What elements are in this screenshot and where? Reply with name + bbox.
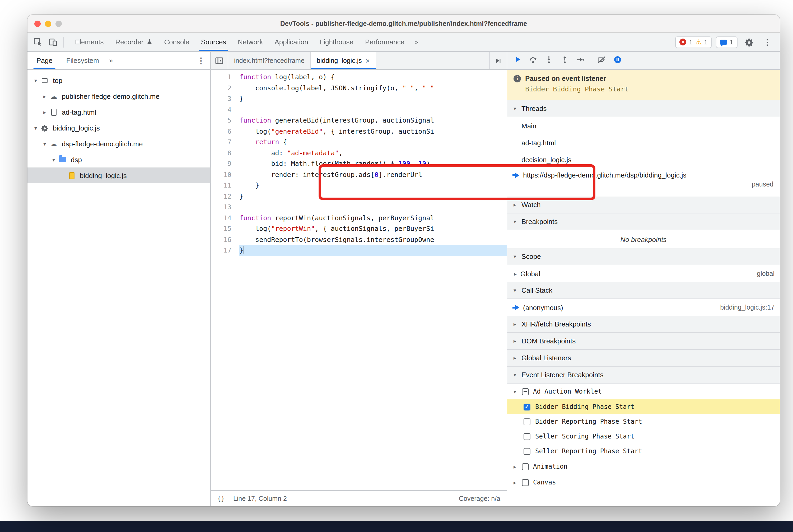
elb-item-seller-scoring-phase-start[interactable]: Seller Scoring Phase Start <box>507 429 780 444</box>
chevron-down-icon[interactable]: ▾ <box>32 125 40 131</box>
editor-tab-index-html-fencedframe[interactable]: index.html?fencedframe <box>228 52 311 69</box>
code-editor[interactable]: 1function log(label, o) {2 console.log(l… <box>211 70 507 490</box>
tree-item-dsp[interactable]: ▾dsp <box>27 152 210 168</box>
settings-gear-button[interactable] <box>742 35 756 49</box>
navigator-tab-filesystem[interactable]: Filesystem <box>59 52 106 69</box>
checkbox[interactable] <box>524 433 530 440</box>
thread-active[interactable]: https://dsp-fledge-demo.glitch.me/dsp/bi… <box>507 168 780 196</box>
threads-section-header[interactable]: ▾ Threads <box>507 100 780 117</box>
chevron-right-icon[interactable]: ▸ <box>512 479 518 485</box>
next-editor-tab-button[interactable] <box>489 52 507 69</box>
line-number[interactable]: 7 <box>211 137 239 148</box>
elb-item-bidder-bidding-phase-start[interactable]: Bidder Bidding Phase Start <box>507 399 780 414</box>
step-button[interactable] <box>577 55 585 66</box>
line-number[interactable]: 12 <box>211 191 239 202</box>
code-line-11[interactable]: 11 } <box>211 180 507 191</box>
navigator-more-tabs-button[interactable]: » <box>106 52 116 69</box>
step-over-button[interactable] <box>529 55 537 66</box>
checkbox[interactable] <box>522 388 529 395</box>
editor-tab-bidding-logic-js[interactable]: bidding_logic.js× <box>311 52 376 69</box>
chevron-down-icon[interactable]: ▾ <box>32 77 40 83</box>
checkbox[interactable] <box>524 403 530 410</box>
scope-section-header[interactable]: ▾ Scope <box>507 248 780 265</box>
code-line-17[interactable]: 17} <box>211 245 507 256</box>
frame-location[interactable]: bidding_logic.js:17 <box>720 304 775 311</box>
line-number[interactable]: 4 <box>211 104 239 115</box>
event-listener-breakpoints-header[interactable]: ▾ Event Listener Breakpoints <box>507 367 780 383</box>
line-number[interactable]: 1 <box>211 72 239 83</box>
breakpoints-section-header[interactable]: ▾ Breakpoints <box>507 213 780 230</box>
tree-item-bidding-logic-js[interactable]: bidding_logic.js <box>27 168 210 183</box>
elb-item-bidder-reporting-phase-start[interactable]: Bidder Reporting Phase Start <box>507 414 780 429</box>
checkbox[interactable] <box>522 479 529 486</box>
tree-item-ad-tag-html[interactable]: ▸ad-tag.html <box>27 104 210 120</box>
panel-tab-sources[interactable]: Sources <box>195 33 232 51</box>
show-navigator-button[interactable] <box>211 52 228 69</box>
line-number[interactable]: 9 <box>211 158 239 169</box>
code-line-1[interactable]: 1function log(label, o) { <box>211 72 507 83</box>
call-stack-section-header[interactable]: ▾ Call Stack <box>507 282 780 299</box>
line-number[interactable]: 16 <box>211 234 239 245</box>
panel-tab-elements[interactable]: Elements <box>69 33 109 51</box>
line-number[interactable]: 6 <box>211 126 239 137</box>
code-line-9[interactable]: 9 bid: Math.floor(Math.random() * 100, 1… <box>211 158 507 169</box>
panel-tab-recorder[interactable]: Recorder <box>109 33 158 51</box>
tree-item-dsp-fledge-demo-glitch-me[interactable]: ▾☁dsp-fledge-demo.glitch.me <box>27 136 210 152</box>
panel-tab-lighthouse[interactable]: Lighthouse <box>314 33 359 51</box>
code-line-15[interactable]: 15 log("reportWin", { auctionSignals, pe… <box>211 224 507 234</box>
line-number[interactable]: 10 <box>211 169 239 180</box>
line-number[interactable]: 15 <box>211 224 239 234</box>
tree-item-top[interactable]: ▾top <box>27 72 210 88</box>
line-number[interactable]: 11 <box>211 180 239 191</box>
navigator-tab-page[interactable]: Page <box>30 52 59 69</box>
checkbox[interactable] <box>524 418 530 425</box>
checkbox[interactable] <box>522 463 529 470</box>
chevron-right-icon[interactable]: ▸ <box>41 93 49 99</box>
issues-badge[interactable]: 1 <box>716 36 738 48</box>
line-number[interactable]: 8 <box>211 148 239 158</box>
code-line-6[interactable]: 6 log("generateBid", { interestGroup, au… <box>211 126 507 137</box>
line-number[interactable]: 5 <box>211 115 239 126</box>
checkbox[interactable] <box>524 448 530 455</box>
elb-group-animation[interactable]: ▸Animation <box>507 459 780 474</box>
panel-tab-network[interactable]: Network <box>232 33 269 51</box>
more-tabs-button[interactable]: » <box>410 33 422 51</box>
pause-on-exceptions-button[interactable] <box>613 55 622 66</box>
line-number[interactable]: 13 <box>211 202 239 213</box>
inspect-button[interactable] <box>31 35 45 49</box>
pretty-print-button[interactable]: {} <box>217 495 225 502</box>
close-tab-icon[interactable]: × <box>365 57 370 64</box>
minimize-button[interactable] <box>45 20 51 27</box>
device-toolbar-button[interactable] <box>46 35 60 49</box>
section-header-global-listeners[interactable]: ▸Global Listeners <box>507 350 780 367</box>
chevron-down-icon[interactable]: ▾ <box>512 388 518 394</box>
code-line-14[interactable]: 14function reportWin(auctionSignals, per… <box>211 213 507 224</box>
thread-ad-tag-html[interactable]: ad-tag.html <box>507 134 780 151</box>
chevron-right-icon[interactable]: ▸ <box>512 463 518 469</box>
chevron-right-icon[interactable]: ▸ <box>41 109 49 115</box>
thread-main[interactable]: Main <box>507 117 780 134</box>
tree-item-bidding-logic-js[interactable]: ▾bidding_logic.js <box>27 120 210 136</box>
chevron-down-icon[interactable]: ▾ <box>50 157 58 163</box>
line-number[interactable]: 14 <box>211 213 239 224</box>
code-line-8[interactable]: 8 ad: "ad-metadata", <box>211 148 507 158</box>
scope-global-row[interactable]: ▸ Global global <box>507 265 780 282</box>
elb-group-ad-auction-worklet[interactable]: ▾Ad Auction Worklet <box>507 383 780 399</box>
line-number[interactable]: 3 <box>211 94 239 104</box>
chevron-down-icon[interactable]: ▾ <box>41 141 49 147</box>
step-into-button[interactable] <box>545 55 553 66</box>
watch-section-header[interactable]: ▸ Watch <box>507 196 780 213</box>
section-header-dom-breakpoints[interactable]: ▸DOM Breakpoints <box>507 333 780 350</box>
code-line-13[interactable]: 13 <box>211 202 507 213</box>
code-line-16[interactable]: 16 sendReportTo(browserSignals.interestG… <box>211 234 507 245</box>
panel-tab-application[interactable]: Application <box>269 33 314 51</box>
code-line-2[interactable]: 2 console.log(label, JSON.stringify(o, "… <box>211 83 507 94</box>
code-line-12[interactable]: 12} <box>211 191 507 202</box>
deactivate-breakpoints-button[interactable] <box>598 55 606 66</box>
code-line-7[interactable]: 7 return { <box>211 137 507 148</box>
code-line-3[interactable]: 3} <box>211 94 507 104</box>
navigator-kebab-button[interactable]: ⋮ <box>192 52 210 69</box>
close-button[interactable] <box>34 20 41 27</box>
code-line-5[interactable]: 5function generateBid(interestGroup, auc… <box>211 115 507 126</box>
elb-item-seller-reporting-phase-start[interactable]: Seller Reporting Phase Start <box>507 444 780 459</box>
